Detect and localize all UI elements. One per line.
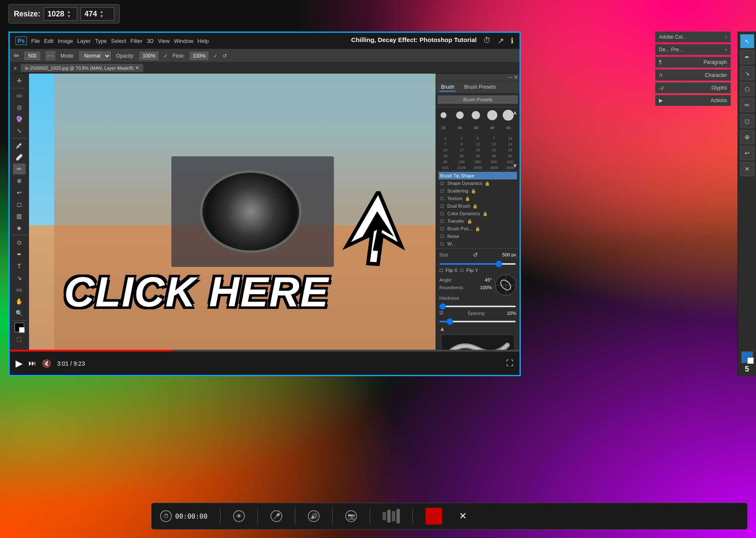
panel-device-chevron[interactable]: › [725,47,727,53]
click-here-text[interactable]: CLICK HERE [50,268,343,316]
tool-eyedropper[interactable]: 💉 [13,140,26,151]
resize-width-box[interactable]: 1028 ▲▼ [44,7,77,21]
hardness-slider[interactable] [439,306,516,307]
strip-select-btn[interactable]: ↖ [740,34,754,48]
category-dual-brush[interactable]: ☐ Dual Brush 🔒 [438,202,517,210]
brush-size-display[interactable]: 500 [24,52,40,60]
menu-item-type[interactable]: Type [95,38,107,44]
category-noise[interactable]: ☐ Noise [438,232,517,240]
brush-presets-button[interactable]: Brush Presets [438,95,518,104]
category-scattering[interactable]: ☐ Scattering 🔒 [438,187,517,195]
strip-stamp-btn[interactable]: ⊕ [740,130,754,144]
brush-presets-tab[interactable]: Brush Presets [462,83,497,92]
tool-move[interactable]: ✛ [13,75,26,86]
tool-history-brush[interactable]: ↩ [13,187,26,198]
fg-color-swatch[interactable] [741,351,753,363]
menu-item-select[interactable]: Select [111,38,126,44]
resize-height-box[interactable]: 474 ▲▼ [81,7,114,21]
strip-shape-btn[interactable]: ⬡ [740,82,754,96]
menu-item-file[interactable]: File [31,38,40,44]
menu-item-filter[interactable]: Filter [130,38,142,44]
tool-shape[interactable]: ▭ [13,284,26,295]
brush-options-icon[interactable]: ⋯ [45,51,55,61]
size-reset-icon[interactable]: ↺ [473,251,478,258]
menu-item-image[interactable]: Image [58,38,73,44]
tool-gradient[interactable]: ▥ [13,211,26,222]
mode-select[interactable]: Normal Multiply Screen [79,51,111,61]
checkbox-shape[interactable]: ☐ [440,181,444,186]
category-transfer[interactable]: ☐ Transfer 🔒 [438,217,517,225]
tool-path-select[interactable]: ↘ [13,272,26,283]
spacing-checkbox[interactable]: ☑ [439,310,444,316]
tool-hand[interactable]: ✋ [13,296,26,307]
strip-erase-btn[interactable]: ◻ [740,114,754,128]
tool-marquee[interactable]: ▭ [13,90,26,101]
spacing-slider[interactable] [439,321,516,322]
category-brush-tip[interactable]: Brush Tip Shape [438,172,517,179]
screenshot-btn[interactable]: 📷 [345,510,357,522]
tool-quickmask[interactable]: ⬚ [13,333,26,344]
strip-paint-btn[interactable]: ✏ [740,98,754,112]
strip-pen-btn[interactable]: ✒ [740,50,754,64]
brush-preset-1[interactable] [438,109,449,121]
history-icon[interactable]: ⏱ [483,36,491,45]
info-icon[interactable]: ℹ [511,36,514,45]
flow-toggle-icon[interactable]: ✓ [213,53,218,59]
strip-path-btn[interactable]: ↘ [740,66,754,80]
panel-header-chevron[interactable]: › [725,34,727,40]
tool-zoom[interactable]: 🔍 [13,308,26,319]
close-recording-button[interactable]: ✕ [459,511,467,522]
tool-fg-color[interactable] [14,322,24,332]
brush-grid-scroll-down[interactable]: ▼ [512,162,518,169]
brush-preset-2[interactable] [454,109,466,121]
tool-clone[interactable]: ⊕ [13,175,26,186]
checkbox-dual[interactable]: ☐ [440,204,444,208]
share-icon[interactable]: ↗ [498,36,504,45]
menu-item-3d[interactable]: 3D [147,38,154,44]
brush-preset-6[interactable]: 32 [438,122,449,134]
tool-brush[interactable]: ✏ [13,164,26,174]
category-texture[interactable]: ☐ Texture 🔒 [438,195,517,202]
checkbox-transfer[interactable]: ☐ [440,219,444,224]
checkbox-texture[interactable]: ☐ [440,196,444,201]
menu-item-view[interactable]: View [158,38,170,44]
menu-item-layer[interactable]: Layer [77,38,91,44]
brush-grid-scroll-up[interactable]: ▲ [512,109,518,116]
play-button[interactable]: ▶ [16,358,23,369]
brush-tool-icon[interactable]: ✏ [14,52,19,60]
brush-preset-3[interactable] [470,109,482,121]
resize-width-arrows[interactable]: ▲▼ [67,9,71,18]
webcam-btn[interactable]: 👁 [233,510,245,522]
tab-close-icon[interactable]: ✕ [135,65,139,71]
strip-redo-btn[interactable]: ✕ [740,162,754,176]
tool-quick-select[interactable]: 🔮 [13,113,26,124]
speaker-btn[interactable]: 🔊 [308,510,320,522]
checkbox-color[interactable]: ☐ [440,211,444,216]
checkbox-noise[interactable]: ☐ [440,234,444,239]
strip-undo-btn[interactable]: ↩ [740,146,754,160]
checkbox-wet[interactable]: ☐ [440,242,444,246]
flow-value[interactable]: 100% [190,52,209,60]
brush-preset-4[interactable] [486,109,498,121]
airbrush-icon[interactable]: ↺ [223,53,227,59]
category-color-dynamics[interactable]: ☐ Color Dynamics 🔒 [438,210,517,217]
fullscreen-button[interactable]: ⛶ [506,359,514,368]
tool-spot-heal[interactable]: 🩹 [13,152,26,163]
resize-height-arrows[interactable]: ▲▼ [100,9,104,18]
brush-preset-7[interactable]: 36 [454,122,466,134]
checkbox-pos[interactable]: ☐ [440,227,444,231]
category-wet-edges[interactable]: ☐ W... [438,240,517,248]
angle-preview[interactable] [495,274,516,295]
tool-pen[interactable]: ✒ [13,249,26,260]
category-shape-dynamics[interactable]: ☐ Shape Dynamics 🔒 [438,179,517,187]
click-here-overlay[interactable]: CLICK HERE [50,268,343,316]
tool-text[interactable]: T [13,261,26,272]
timer-btn[interactable]: ⏱ 00:00:00 [160,510,207,522]
brush-preset-9[interactable]: 48 [486,122,498,134]
menu-item-edit[interactable]: Edit [44,38,53,44]
menu-item-window[interactable]: Window [174,38,193,44]
tool-eraser[interactable]: ◻ [13,199,26,210]
flip-x-checkbox[interactable]: ☐ [439,268,443,273]
tool-dodge[interactable]: ⊙ [13,237,26,248]
bg-color-swatch[interactable] [747,357,754,364]
